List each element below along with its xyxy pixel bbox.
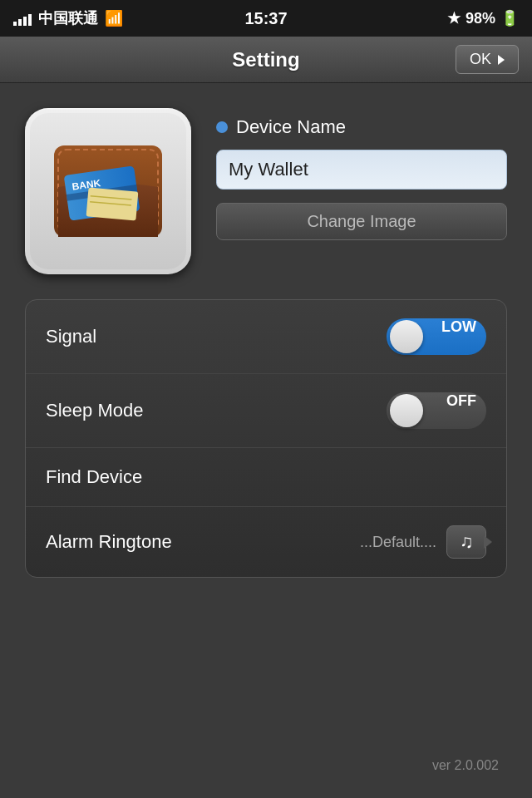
signal-toggle-label: LOW xyxy=(441,318,476,336)
battery-percentage: 98% xyxy=(466,10,495,27)
alarm-ringtone-label: Alarm Ringtone xyxy=(46,531,172,553)
bluetooth-indicator xyxy=(216,121,228,133)
version-text: ver 2.0.002 xyxy=(416,750,515,781)
carrier-name: 中国联通 xyxy=(38,8,98,28)
device-info: Device Name Change Image xyxy=(216,108,507,240)
device-section: BANK Device Name Change Image xyxy=(25,108,507,274)
app-icon-wrapper: BANK xyxy=(25,108,191,274)
main-content: BANK Device Name Change Image Signal xyxy=(0,83,532,611)
change-image-button[interactable]: Change Image xyxy=(216,203,507,240)
bluetooth-icon: ★ xyxy=(447,9,461,27)
settings-panel: Signal LOW Sleep Mode OFF Find Device Al… xyxy=(25,299,507,578)
status-time: 15:37 xyxy=(244,9,287,28)
wifi-icon: 📶 xyxy=(105,9,123,27)
alarm-ringtone-row: Alarm Ringtone ...Default.... ♫ xyxy=(26,507,506,577)
signal-strength xyxy=(13,11,32,26)
device-name-input[interactable] xyxy=(216,150,507,190)
sleep-mode-toggle-label: OFF xyxy=(446,392,476,410)
sleep-mode-row: Sleep Mode OFF xyxy=(26,374,506,448)
ok-button[interactable]: OK xyxy=(456,45,519,74)
status-right: ★ 98% 🔋 xyxy=(447,9,519,27)
sleep-mode-toggle-knob xyxy=(390,394,423,427)
signal-toggle[interactable]: LOW xyxy=(387,318,486,355)
sleep-mode-toggle[interactable]: OFF xyxy=(387,392,486,429)
sleep-mode-label: Sleep Mode xyxy=(46,400,143,421)
status-left: 中国联通 📶 xyxy=(13,8,123,28)
device-name-label: Device Name xyxy=(216,116,507,138)
signal-label: Signal xyxy=(46,326,96,347)
status-bar: 中国联通 📶 15:37 ★ 98% 🔋 xyxy=(0,0,532,37)
alarm-default-text: ...Default.... xyxy=(360,534,436,551)
signal-toggle-knob xyxy=(390,320,423,353)
nav-title: Setting xyxy=(232,48,299,71)
find-device-label: Find Device xyxy=(46,466,142,488)
signal-row: Signal LOW xyxy=(26,300,506,374)
alarm-right: ...Default.... ♫ xyxy=(360,525,486,559)
battery-icon: 🔋 xyxy=(500,9,519,27)
music-note-icon: ♫ xyxy=(460,531,474,553)
wallet-image: BANK xyxy=(42,125,175,258)
alarm-music-button[interactable]: ♫ xyxy=(446,525,486,559)
find-device-row[interactable]: Find Device xyxy=(26,448,506,507)
nav-bar: Setting OK xyxy=(0,37,532,83)
app-icon: BANK xyxy=(30,113,186,269)
